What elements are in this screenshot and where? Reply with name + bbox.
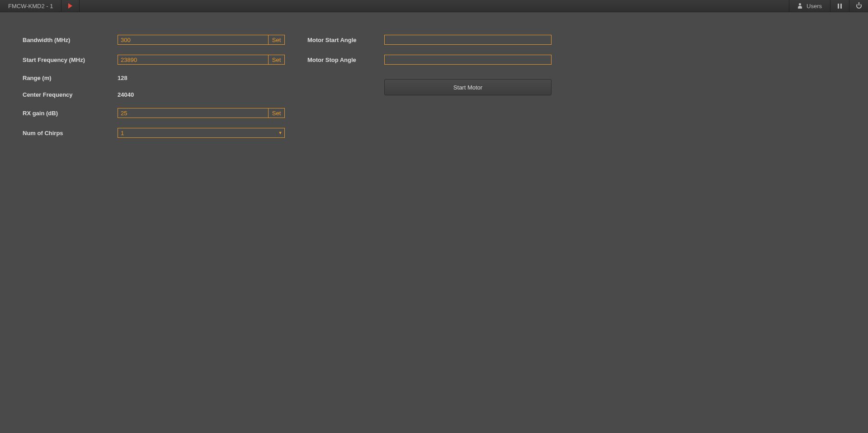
pause-icon [838, 4, 842, 9]
topbar-right: Users [789, 0, 868, 12]
num-chirps-value: 1 [118, 130, 276, 136]
row-motor-stop-angle: Motor Stop Angle [307, 55, 552, 65]
rx-gain-set-button[interactable]: Set [268, 108, 284, 118]
center-frequency-value: 24040 [118, 91, 134, 98]
motor-stop-angle-label: Motor Stop Angle [307, 56, 384, 63]
users-button[interactable]: Users [789, 0, 830, 12]
bandwidth-label: Bandwidth (MHz) [23, 37, 118, 43]
row-bandwidth: Bandwidth (MHz) Set [23, 35, 285, 45]
row-range: Range (m) 128 [23, 75, 285, 81]
row-start-frequency: Start Frequency (MHz) Set [23, 55, 285, 65]
start-frequency-label: Start Frequency (MHz) [23, 56, 118, 63]
row-num-chirps: Num of Chirps 1 ▼ [23, 128, 285, 138]
topbar-left: FMCW-KMD2 - 1 [0, 0, 80, 12]
motor-start-angle-label: Motor Start Angle [307, 37, 384, 43]
play-icon [68, 3, 72, 9]
row-motor-start-angle: Motor Start Angle [307, 35, 552, 45]
form-column-right: Motor Start Angle Motor Stop Angle Start… [307, 35, 552, 138]
row-rx-gain: RX gain (dB) Set [23, 108, 285, 118]
start-frequency-input[interactable] [118, 55, 268, 64]
bandwidth-input[interactable] [118, 35, 268, 44]
bandwidth-input-group: Set [118, 35, 285, 45]
power-button[interactable] [849, 0, 868, 12]
row-center-frequency: Center Frequency 24040 [23, 91, 285, 98]
topbar: FMCW-KMD2 - 1 Users [0, 0, 868, 12]
start-frequency-input-group: Set [118, 55, 285, 65]
pause-button[interactable] [830, 0, 849, 12]
form-columns: Bandwidth (MHz) Set Start Frequency (MHz… [23, 35, 850, 138]
start-motor-button[interactable]: Start Motor [384, 79, 552, 95]
motor-stop-angle-input[interactable] [384, 55, 552, 65]
power-icon [856, 3, 862, 9]
num-chirps-select[interactable]: 1 ▼ [118, 128, 285, 138]
main-content: Bandwidth (MHz) Set Start Frequency (MHz… [0, 12, 868, 156]
start-frequency-set-button[interactable]: Set [268, 55, 284, 64]
num-chirps-label: Num of Chirps [23, 130, 118, 136]
users-label: Users [807, 3, 822, 9]
tab-title[interactable]: FMCW-KMD2 - 1 [0, 0, 61, 12]
chevron-down-icon: ▼ [276, 131, 284, 135]
motor-start-angle-input[interactable] [384, 35, 552, 45]
range-value: 128 [118, 75, 127, 81]
play-button[interactable] [61, 0, 80, 12]
rx-gain-input[interactable] [118, 108, 268, 118]
center-frequency-label: Center Frequency [23, 91, 118, 98]
form-column-left: Bandwidth (MHz) Set Start Frequency (MHz… [23, 35, 285, 138]
tab-title-label: FMCW-KMD2 - 1 [8, 3, 53, 9]
user-icon [797, 3, 803, 9]
range-label: Range (m) [23, 75, 118, 81]
rx-gain-label: RX gain (dB) [23, 110, 118, 117]
rx-gain-input-group: Set [118, 108, 285, 118]
bandwidth-set-button[interactable]: Set [268, 35, 284, 44]
